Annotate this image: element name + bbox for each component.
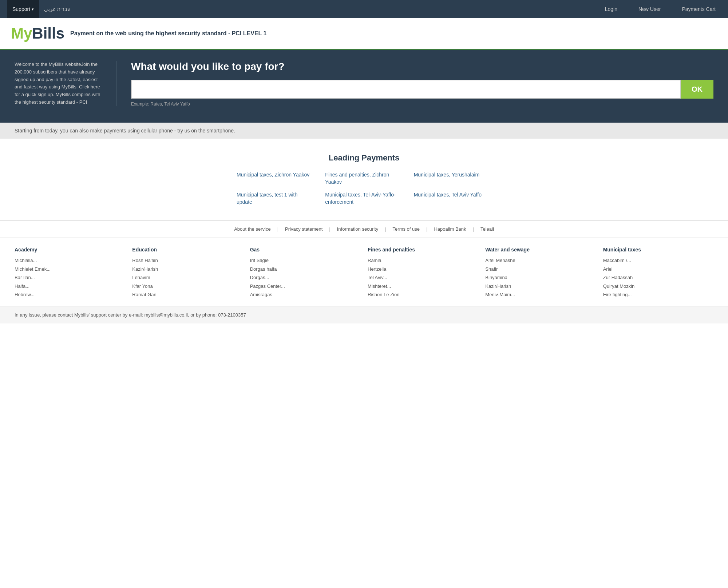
contact-text: In any issue, please contact Mybills' su… — [15, 312, 246, 318]
new-user-nav-item[interactable]: New User — [633, 0, 666, 18]
login-label: Login — [605, 6, 617, 12]
leading-item[interactable]: Municipal taxes, Yerushalaim — [414, 171, 491, 186]
category-col-fines-and-penalties: Fines and penaltiesRamlaHertzeliaTel Avi… — [368, 247, 478, 299]
category-title: Fines and penalties — [368, 247, 478, 253]
footer-link-hapoalim-bank[interactable]: Hapoalim Bank — [427, 226, 472, 232]
footer-link-information-security[interactable]: Information security — [331, 226, 385, 232]
logo-my: My — [11, 25, 32, 42]
hero-welcome: Welcome to the MyBills websiteJoin the 2… — [15, 61, 116, 106]
leading-payments-section: Leading Payments Municipal taxes, Zichro… — [0, 139, 728, 220]
leading-item[interactable]: Fines and penalties, Zichron Yaakov — [325, 171, 403, 186]
category-col-academy: AcademyMichlalla...Michlelet Emek...Bar … — [15, 247, 125, 299]
footer-link-privacy-statement[interactable]: Privacy statement — [278, 226, 329, 232]
footer-link-about-the-service[interactable]: About the service — [228, 226, 277, 232]
category-col-education: EducationRosh Ha'ainKazir/HarishLehavimK… — [132, 247, 242, 299]
category-title: Gas — [250, 247, 360, 253]
category-item[interactable]: Irit Sagie — [250, 256, 360, 265]
logo-tagline: Payment on the web using the highest sec… — [70, 30, 266, 37]
category-item[interactable]: Tel Aviv... — [368, 273, 478, 282]
category-item[interactable]: Ariel — [603, 265, 713, 273]
category-item[interactable]: Meniv-Maim... — [485, 290, 596, 299]
category-item[interactable]: Rishon Le Zion — [368, 290, 478, 299]
contact-footer: In any issue, please contact Mybills' su… — [0, 306, 728, 323]
hero-banner: Welcome to the MyBills websiteJoin the 2… — [0, 50, 728, 123]
category-title: Municipal taxes — [603, 247, 713, 253]
mobile-banner: Starting from today, you can also make p… — [0, 123, 728, 139]
footer-links-bar: About the service|Privacy statement|Info… — [0, 220, 728, 238]
hero-question: What would you like to pay for? — [131, 61, 713, 72]
category-col-municipal-taxes: Municipal taxesMaccabim /...ArielZur Had… — [603, 247, 713, 299]
category-item[interactable]: Amisragas — [250, 290, 360, 299]
category-item[interactable]: Kfar Yona — [132, 282, 242, 290]
leading-item[interactable]: Municipal taxes, Zichron Yaakov — [237, 171, 314, 186]
leading-grid: Municipal taxes, Zichron YaakovFines and… — [237, 171, 491, 206]
category-item[interactable]: Michlalla... — [15, 256, 125, 265]
search-row: OK — [131, 80, 713, 99]
payments-cart-label: Payments Cart — [682, 6, 716, 12]
leading-item[interactable]: Municipal taxes, Tel Aviv Yaffo — [414, 191, 491, 206]
category-item[interactable]: Dorgas... — [250, 273, 360, 282]
category-item[interactable]: Dorgas haifa — [250, 265, 360, 273]
category-title: Academy — [15, 247, 125, 253]
category-item[interactable]: Kazir/Harish — [132, 265, 242, 273]
logo-bills: Bills — [32, 25, 64, 42]
search-button[interactable]: OK — [681, 80, 713, 99]
category-item[interactable]: Shafir — [485, 265, 596, 273]
search-input[interactable] — [131, 80, 681, 99]
category-title: Water and sewage — [485, 247, 596, 253]
category-item[interactable]: Ramat Gan — [132, 290, 242, 299]
mobile-text: Starting from today, you can also make p… — [15, 128, 235, 134]
category-item[interactable]: Maccabim /... — [603, 256, 713, 265]
category-col-gas: GasIrit SagieDorgas haifaDorgas...Pazgas… — [250, 247, 360, 299]
categories-section: AcademyMichlalla...Michlelet Emek...Bar … — [0, 238, 728, 306]
category-item[interactable]: Pazgas Center... — [250, 282, 360, 290]
category-item[interactable]: Haifa... — [15, 282, 125, 290]
category-item[interactable]: Ramla — [368, 256, 478, 265]
category-item[interactable]: Hertzelia — [368, 265, 478, 273]
category-item[interactable]: Michlelet Emek... — [15, 265, 125, 273]
support-label: Support — [12, 6, 30, 12]
logo: MyBills — [11, 25, 64, 42]
category-item[interactable]: Rosh Ha'ain — [132, 256, 242, 265]
leading-item[interactable]: Municipal taxes, Tel-Aviv-Yaffo-enforcem… — [325, 191, 403, 206]
category-item[interactable]: Hebrew... — [15, 290, 125, 299]
logo-bar: MyBills Payment on the web using the hig… — [0, 18, 728, 50]
welcome-text: Welcome to the MyBills websiteJoin the 2… — [15, 61, 100, 105]
category-item[interactable]: Quiryat Mozkin — [603, 282, 713, 290]
hero-search-area: What would you like to pay for? OK Examp… — [131, 61, 713, 107]
leading-item[interactable]: Municipal taxes, test 1 with update — [237, 191, 314, 206]
category-item[interactable]: Bar Ilan... — [15, 273, 125, 282]
category-item[interactable]: Zur Hadassah — [603, 273, 713, 282]
language-label: עברית عربي — [44, 6, 71, 12]
login-nav-item[interactable]: Login — [600, 0, 622, 18]
footer-link-teleall[interactable]: Teleall — [474, 226, 500, 232]
category-col-water-and-sewage: Water and sewageAlfei MenasheShafirBinya… — [485, 247, 596, 299]
category-item[interactable]: Mishteret... — [368, 282, 478, 290]
category-item[interactable]: Lehavim — [132, 273, 242, 282]
nav-left: Support עברית عربي — [7, 0, 76, 18]
language-nav-item[interactable]: עברית عربي — [39, 0, 76, 18]
category-item[interactable]: Kazir/Harish — [485, 282, 596, 290]
footer-link-terms-of-use[interactable]: Terms of use — [386, 226, 426, 232]
category-item[interactable]: Binyamina — [485, 273, 596, 282]
category-item[interactable]: Alfei Menashe — [485, 256, 596, 265]
category-title: Education — [132, 247, 242, 253]
new-user-label: New User — [638, 6, 661, 12]
nav-right: Login New User Payments Cart — [600, 0, 721, 18]
top-navigation: Support עברית عربي Login New User Paymen… — [0, 0, 728, 18]
leading-title: Leading Payments — [15, 153, 713, 163]
search-example: Example: Rates, Tel Aviv Yaffo — [131, 102, 713, 107]
category-item[interactable]: Fire fighting... — [603, 290, 713, 299]
support-nav-item[interactable]: Support — [7, 0, 39, 18]
payments-cart-nav-item[interactable]: Payments Cart — [677, 0, 721, 18]
